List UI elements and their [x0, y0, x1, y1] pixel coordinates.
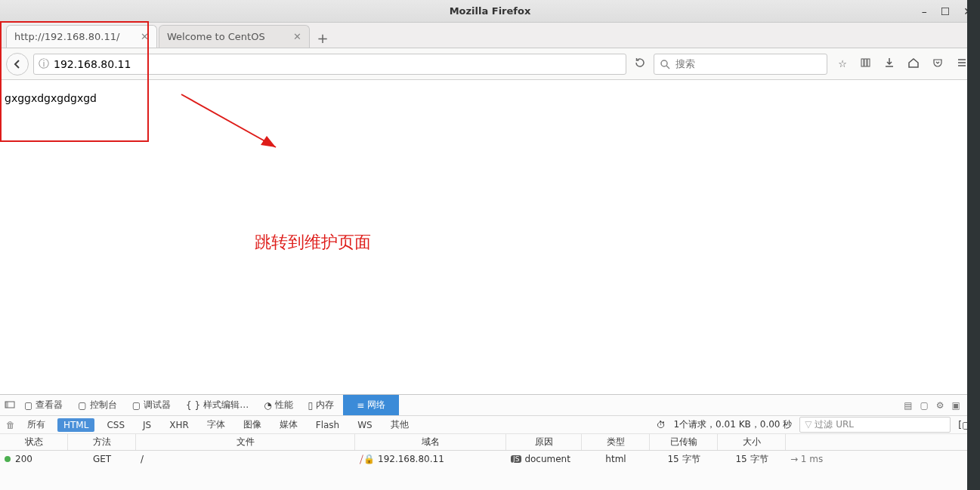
download-icon[interactable] — [883, 57, 895, 71]
cell-cause: document — [524, 454, 570, 464]
devtools-tab-perf[interactable]: ◔性能 — [258, 395, 298, 415]
library-icon[interactable] — [859, 57, 871, 71]
devtools-tab-inspector[interactable]: ▢查看器 — [18, 395, 69, 415]
tab-1[interactable]: Welcome to CentOS ✕ — [159, 25, 310, 48]
filter-html[interactable]: HTML — [57, 418, 94, 432]
network-icon: ≡ — [357, 400, 364, 411]
svg-line-1 — [666, 66, 669, 69]
svg-marker-6 — [261, 136, 276, 147]
new-tab-button[interactable]: + — [311, 28, 334, 48]
col-size[interactable]: 大小 — [718, 434, 786, 450]
search-icon — [659, 58, 671, 70]
filter-url-input[interactable]: ▽ 过滤 URL — [799, 417, 951, 433]
cell-transferred: 15 字节 — [650, 453, 718, 466]
close-tab-icon[interactable]: ✕ — [141, 31, 149, 42]
svg-rect-8 — [5, 402, 8, 408]
search-input[interactable] — [675, 58, 822, 69]
devtools-split-icon[interactable]: ▤ — [904, 400, 912, 411]
filter-media[interactable]: 媒体 — [274, 417, 304, 433]
cell-time: → 1 ms — [786, 454, 980, 464]
devtools-tab-network[interactable]: ≡网络 — [343, 395, 399, 415]
network-body: 200 GET / ⧸🔒192.168.80.11 JSdocument htm… — [0, 451, 980, 490]
filter-font[interactable]: 字体 — [201, 417, 231, 433]
col-timeline[interactable] — [786, 434, 980, 450]
network-columns: 状态 方法 文件 域名 原因 类型 已传输 大小 — [0, 434, 980, 451]
page-viewport: gxggxdgxgdgxgd 跳转到维护页面 — [0, 80, 980, 394]
braces-icon: { } — [186, 400, 200, 411]
pocket-icon[interactable] — [932, 57, 944, 71]
tab-0[interactable]: http://192.168.80.11/ ✕ — [6, 25, 157, 48]
svg-rect-2 — [861, 59, 864, 66]
col-cause[interactable]: 原因 — [506, 434, 582, 450]
console-icon: ▢ — [78, 400, 86, 411]
filter-img[interactable]: 图像 — [237, 417, 267, 433]
svg-line-5 — [181, 94, 276, 147]
clear-icon[interactable]: 🗑 — [6, 420, 15, 430]
filter-ws[interactable]: WS — [351, 418, 378, 432]
info-icon[interactable]: ⓘ — [39, 57, 49, 71]
url-input[interactable] — [54, 58, 621, 70]
page-body-text: gxggxdgxgdgxgd — [5, 92, 97, 104]
maximize-icon[interactable]: ☐ — [941, 5, 951, 17]
bookmark-star-icon[interactable]: ☆ — [838, 58, 847, 69]
tab-bar: http://192.168.80.11/ ✕ Welcome to CentO… — [0, 23, 980, 48]
devtools-tab-memory[interactable]: ▯内存 — [302, 395, 341, 415]
insecure-icon: ⧸🔒 — [360, 454, 375, 464]
titlebar: Mozilla Firefox – ☐ ✕ — [0, 0, 980, 23]
minimize-icon[interactable]: – — [922, 5, 927, 17]
devtools-tab-console[interactable]: ▢控制台 — [72, 395, 122, 415]
col-method[interactable]: 方法 — [68, 434, 136, 450]
cell-file: / — [136, 454, 355, 464]
home-icon[interactable] — [907, 57, 920, 71]
devtools-frame-icon[interactable]: ▢ — [920, 400, 928, 411]
svg-point-0 — [661, 60, 667, 66]
box-icon: ▢ — [24, 400, 32, 411]
devtools-tab-debugger[interactable]: ▢调试器 — [126, 395, 177, 415]
window-title: Mozilla Firefox — [450, 5, 531, 17]
svg-rect-4 — [867, 59, 870, 66]
col-status[interactable]: 状态 — [0, 434, 68, 450]
devtools-panel: ▢查看器 ▢控制台 ▢调试器 { }样式编辑… ◔性能 ▯内存 ≡网络 ▤ ▢ … — [0, 394, 980, 490]
network-row[interactable]: 200 GET / ⧸🔒192.168.80.11 JSdocument htm… — [0, 451, 980, 467]
filter-flash[interactable]: Flash — [310, 418, 345, 432]
js-badge-icon: JS — [511, 455, 521, 463]
navbar: ⓘ ☆ — [0, 48, 980, 80]
memory-icon: ▯ — [308, 400, 314, 411]
devtools-dock-icon[interactable]: ▣ — [952, 400, 960, 411]
cell-method: GET — [68, 454, 136, 464]
col-transferred[interactable]: 已传输 — [650, 434, 718, 450]
cell-status: 200 — [15, 454, 32, 464]
filter-all[interactable]: 所有 — [21, 417, 51, 433]
close-tab-icon[interactable]: ✕ — [293, 31, 301, 42]
gauge-icon: ◔ — [264, 400, 271, 411]
request-summary: 1个请求，0.01 KB，0.00 秒 — [673, 418, 792, 431]
col-type[interactable]: 类型 — [582, 434, 650, 450]
desktop-edge — [967, 0, 980, 490]
tab-label: Welcome to CentOS — [167, 31, 265, 42]
filter-js[interactable]: JS — [137, 418, 157, 432]
cell-domain: 192.168.80.11 — [378, 454, 444, 464]
back-button[interactable] — [6, 53, 29, 76]
annotation-text: 跳转到维护页面 — [255, 231, 371, 254]
cell-type: html — [582, 454, 650, 464]
url-bar[interactable]: ⓘ — [33, 54, 626, 75]
search-bar[interactable] — [654, 54, 827, 75]
tab-label: http://192.168.80.11/ — [14, 31, 119, 42]
devtools-filterbar: 🗑 所有 HTML CSS JS XHR 字体 图像 媒体 Flash WS 其… — [0, 416, 980, 434]
stopwatch-icon: ⏱ — [657, 420, 666, 430]
filter-css[interactable]: CSS — [100, 418, 131, 432]
col-domain[interactable]: 域名 — [355, 434, 506, 450]
devtools-pin-icon[interactable] — [5, 399, 15, 411]
col-file[interactable]: 文件 — [136, 434, 355, 450]
cell-size: 15 字节 — [718, 453, 786, 466]
filter-xhr[interactable]: XHR — [163, 418, 195, 432]
devtools-tabs: ▢查看器 ▢控制台 ▢调试器 { }样式编辑… ◔性能 ▯内存 ≡网络 ▤ ▢ … — [0, 395, 980, 416]
menu-icon[interactable] — [956, 57, 968, 71]
devtools-settings-icon[interactable]: ⚙ — [936, 400, 944, 411]
svg-rect-3 — [864, 59, 867, 66]
status-dot-icon — [5, 456, 11, 462]
debug-icon: ▢ — [132, 400, 141, 411]
filter-other[interactable]: 其他 — [385, 417, 415, 433]
devtools-tab-style[interactable]: { }样式编辑… — [180, 395, 255, 415]
reload-button[interactable] — [631, 57, 649, 71]
